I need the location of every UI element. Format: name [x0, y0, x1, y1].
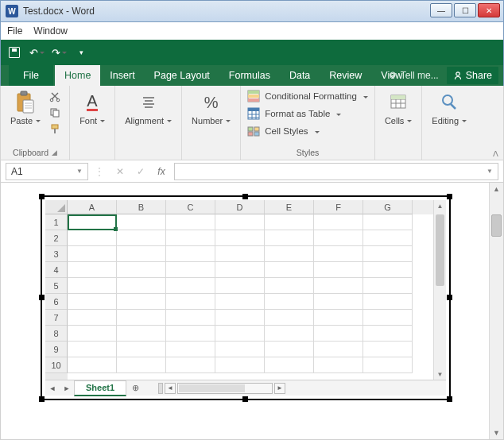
- lightbulb-icon: [388, 71, 397, 80]
- group-number: % Number: [182, 86, 241, 160]
- formula-bar: A1 ▼ ⋮ ✕ ✓ fx ▼: [0, 160, 504, 183]
- customize-qat-button[interactable]: ▾: [72, 44, 90, 61]
- save-button[interactable]: [6, 44, 23, 61]
- column-header[interactable]: C: [166, 200, 215, 214]
- formula-input[interactable]: ▼: [174, 163, 498, 180]
- number-button[interactable]: % Number: [188, 89, 234, 127]
- column-header[interactable]: G: [363, 200, 413, 214]
- tab-scroll-splitter[interactable]: [158, 383, 163, 394]
- scroll-thumb[interactable]: [179, 384, 245, 392]
- sheet-nav-next[interactable]: ►: [60, 384, 74, 392]
- menu-file[interactable]: File: [7, 25, 22, 37]
- new-sheet-button[interactable]: ⊕: [126, 383, 144, 393]
- document-vertical-scrollbar[interactable]: ▲ ▼: [489, 183, 503, 439]
- sheet-nav-prev[interactable]: ◄: [45, 384, 60, 392]
- svg-rect-5: [23, 100, 33, 113]
- resize-handle[interactable]: [447, 396, 452, 402]
- row-header[interactable]: 10: [45, 357, 68, 373]
- sheet-tab-strip: ◄ ► Sheet1 ⊕ ◄ ►: [45, 380, 446, 396]
- sheet-tab-sheet1[interactable]: Sheet1: [74, 380, 126, 396]
- cancel-entry-button[interactable]: ✕: [110, 163, 130, 180]
- row-header[interactable]: 8: [45, 326, 68, 342]
- format-painter-icon: [49, 123, 60, 134]
- tab-review[interactable]: Review: [320, 65, 371, 86]
- alignment-icon: [138, 91, 159, 114]
- column-header[interactable]: B: [117, 200, 166, 214]
- menu-window[interactable]: Window: [33, 25, 68, 37]
- name-box[interactable]: A1 ▼: [6, 163, 88, 180]
- resize-handle[interactable]: [447, 194, 452, 199]
- scroll-right-button[interactable]: ►: [274, 383, 285, 394]
- column-header[interactable]: F: [314, 200, 363, 214]
- resize-handle[interactable]: [39, 194, 45, 199]
- row-header[interactable]: 5: [45, 278, 68, 294]
- close-button[interactable]: ✕: [478, 3, 500, 17]
- format-as-table-button[interactable]: Format as Table: [247, 106, 368, 121]
- svg-line-42: [451, 104, 456, 109]
- column-header[interactable]: E: [265, 200, 314, 214]
- chevron-down-icon: ▼: [76, 168, 83, 175]
- alignment-button[interactable]: Alignment: [122, 89, 175, 127]
- minimize-button[interactable]: —: [430, 3, 452, 17]
- svg-point-2: [456, 72, 459, 75]
- sheet-horizontal-scrollbar[interactable]: [177, 383, 273, 394]
- maximize-button[interactable]: ☐: [454, 3, 476, 17]
- cells-button[interactable]: Cells: [382, 89, 415, 127]
- svg-point-41: [443, 95, 452, 105]
- document-area[interactable]: ▲ ▼ 1 2 3 4 5 6 7 8 9: [0, 183, 504, 440]
- name-box-dropdown[interactable]: ⋮: [90, 163, 109, 180]
- resize-handle[interactable]: [39, 295, 45, 300]
- tab-formulas[interactable]: Formulas: [219, 65, 280, 86]
- resize-handle[interactable]: [242, 396, 248, 402]
- row-header[interactable]: 2: [45, 230, 68, 246]
- clipboard-launcher[interactable]: ◢: [52, 149, 57, 156]
- row-header[interactable]: 7: [45, 310, 68, 326]
- redo-button[interactable]: ↷: [50, 44, 68, 61]
- embedded-spreadsheet-object[interactable]: 1 2 3 4 5 6 7 8 9 10 A B C D: [41, 195, 451, 400]
- svg-point-0: [390, 72, 395, 77]
- tell-me-search[interactable]: Tell me...: [383, 70, 444, 81]
- cell-grid[interactable]: [68, 214, 433, 380]
- row-header[interactable]: 4: [45, 262, 68, 278]
- scroll-thumb[interactable]: [436, 214, 444, 286]
- resize-handle[interactable]: [447, 295, 452, 300]
- row-header[interactable]: 3: [45, 246, 68, 262]
- collapse-ribbon-button[interactable]: ᐱ: [493, 149, 498, 158]
- resize-handle[interactable]: [242, 194, 248, 199]
- paste-button[interactable]: Paste: [7, 89, 44, 127]
- enter-entry-button[interactable]: ✓: [131, 163, 150, 180]
- cells-icon: [388, 91, 409, 114]
- svg-rect-34: [254, 132, 259, 136]
- font-button[interactable]: A Font: [76, 89, 108, 127]
- scroll-up-icon: ▲: [434, 200, 446, 211]
- select-all-corner[interactable]: [45, 200, 68, 214]
- scroll-down-icon: ▼: [490, 426, 503, 439]
- row-header[interactable]: 6: [45, 294, 68, 310]
- share-button[interactable]: Share: [447, 67, 498, 84]
- tab-insert[interactable]: Insert: [100, 65, 144, 86]
- column-header[interactable]: A: [68, 200, 117, 214]
- cell-styles-button[interactable]: Cell Styles: [247, 124, 368, 138]
- undo-button[interactable]: ↶: [28, 44, 45, 61]
- tab-page-layout[interactable]: Page Layout: [145, 65, 219, 86]
- svg-rect-33: [248, 132, 253, 136]
- copy-button[interactable]: [47, 106, 63, 119]
- column-header[interactable]: D: [215, 200, 265, 214]
- sheet-vertical-scrollbar[interactable]: ▲ ▼: [433, 200, 446, 380]
- cut-button[interactable]: [47, 91, 63, 103]
- tab-home[interactable]: Home: [55, 65, 100, 86]
- svg-rect-31: [248, 127, 253, 131]
- resize-handle[interactable]: [39, 396, 45, 402]
- format-painter-button[interactable]: [47, 122, 63, 135]
- scroll-left-button[interactable]: ◄: [165, 383, 176, 394]
- group-cells: Cells: [375, 86, 422, 160]
- font-icon: A: [82, 91, 103, 114]
- conditional-formatting-button[interactable]: Conditional Formatting: [247, 89, 368, 103]
- editing-button[interactable]: Editing: [428, 89, 470, 127]
- tab-file[interactable]: File: [9, 65, 53, 86]
- row-header[interactable]: 1: [45, 214, 68, 230]
- row-header[interactable]: 9: [45, 342, 68, 357]
- tab-data[interactable]: Data: [280, 65, 320, 86]
- scroll-thumb[interactable]: [491, 214, 502, 237]
- insert-function-button[interactable]: fx: [152, 163, 171, 180]
